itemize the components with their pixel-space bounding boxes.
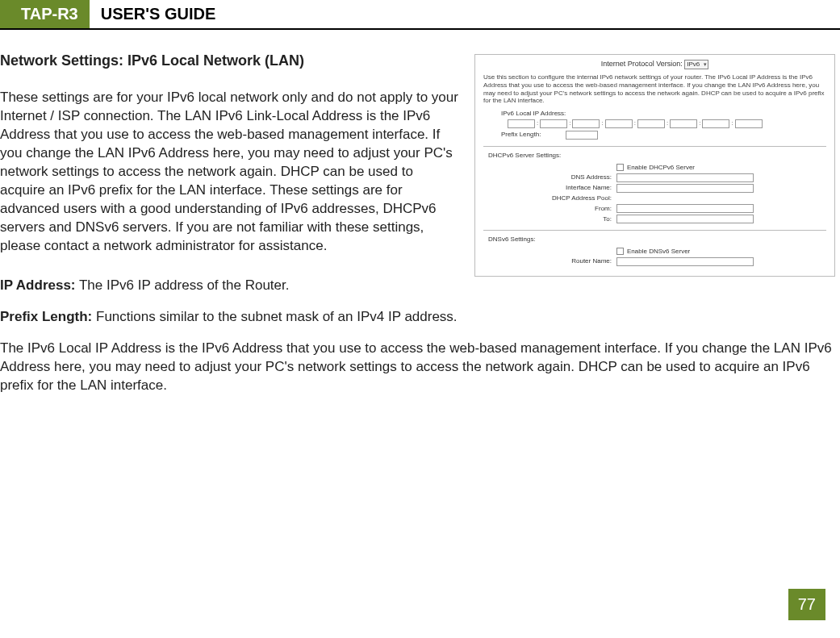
to-label: To: xyxy=(483,215,616,223)
document-header: TAP-R3 USER'S GUIDE xyxy=(0,0,840,30)
pool-from-input[interactable] xyxy=(616,204,754,213)
dhcp-section-title: DHCPv6 Server Settings: xyxy=(488,152,826,160)
dnsv6-section-title: DNSv6 Settings: xyxy=(488,236,826,244)
prefix-length-term: Prefix Length: xyxy=(0,309,92,324)
interface-name-label: Interface Name: xyxy=(483,184,616,192)
prefix-length-input[interactable] xyxy=(566,131,598,140)
prefix-length-desc: Functions similar to the subnet mask of … xyxy=(92,309,457,324)
document-title: USER'S GUIDE xyxy=(90,0,228,28)
ip-address-desc: The IPv6 IP address of the Router. xyxy=(76,277,290,293)
section-divider xyxy=(483,230,826,231)
router-settings-screenshot: Internet Protocol Version: IPv6 Use this… xyxy=(474,54,835,277)
ip-address-term: IP Address: xyxy=(0,277,76,293)
protocol-version-label: Internet Protocol Version: xyxy=(601,60,683,68)
enable-dhcp-label: Enable DHCPv6 Server xyxy=(627,164,695,172)
ip-address-definition: IP Address: The IPv6 IP address of the R… xyxy=(0,277,835,295)
section-divider xyxy=(483,146,826,147)
section-heading: Network Settings: IPv6 Local Network (LA… xyxy=(0,52,460,69)
page-number: 77 xyxy=(788,589,825,620)
router-name-input[interactable] xyxy=(616,257,754,266)
interface-name-input[interactable] xyxy=(616,184,754,193)
ipv6-address-segments: : : : : : : : xyxy=(508,119,826,128)
ip-segment-input[interactable] xyxy=(702,119,729,128)
ip-segment-input[interactable] xyxy=(508,119,535,128)
closing-paragraph: The IPv6 Local IP Address is the IPv6 Ad… xyxy=(0,340,835,395)
intro-paragraph: These settings are for your IPv6 local n… xyxy=(0,89,460,255)
ip-segment-input[interactable] xyxy=(637,119,665,128)
prefix-length-definition: Prefix Length: Functions similar to the … xyxy=(0,308,835,327)
help-text: Use this section to configure the intern… xyxy=(483,73,826,104)
local-ip-label: IPv6 Local IP Address: xyxy=(501,110,826,118)
dns-address-label: DNS Address: xyxy=(483,173,616,181)
dhcp-pool-label: DHCP Address Pool: xyxy=(483,194,616,202)
ip-segment-input[interactable] xyxy=(605,119,633,128)
header-accent-bar xyxy=(0,0,13,28)
enable-dnsv6-label: Enable DNSv6 Server xyxy=(627,248,690,256)
router-name-label: Router Name: xyxy=(483,257,616,265)
ip-segment-input[interactable] xyxy=(572,119,600,128)
enable-dnsv6-checkbox[interactable] xyxy=(616,248,624,255)
from-label: From: xyxy=(483,205,616,213)
pool-to-input[interactable] xyxy=(616,215,754,223)
dns-address-input[interactable] xyxy=(616,173,754,182)
product-model: TAP-R3 xyxy=(13,0,90,28)
protocol-version-select[interactable]: IPv6 xyxy=(684,60,708,69)
ip-segment-input[interactable] xyxy=(670,119,697,128)
ip-segment-input[interactable] xyxy=(540,119,567,128)
prefix-length-label: Prefix Length: xyxy=(501,131,566,139)
enable-dhcp-checkbox[interactable] xyxy=(616,164,624,171)
ip-segment-input[interactable] xyxy=(735,119,763,128)
protocol-version-row: Internet Protocol Version: IPv6 xyxy=(483,60,826,69)
